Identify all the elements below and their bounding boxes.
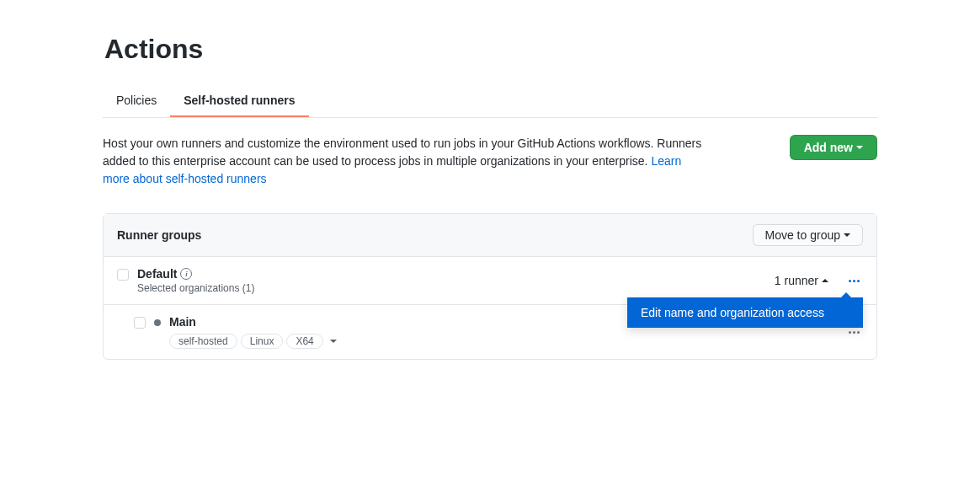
add-new-label: Add new [804,141,853,154]
group-name[interactable]: Default [137,267,177,281]
caret-down-icon [844,233,850,237]
group-subtitle: Selected organizations (1) [137,282,254,294]
tab-policies[interactable]: Policies [103,85,170,117]
runner-groups-header: Runner groups Move to group [104,214,876,257]
runner-label: Linux [241,334,284,349]
group-actions-menu-button[interactable] [845,276,863,286]
runner-actions-menu-button[interactable] [845,328,863,337]
runner-status-idle-icon [154,319,161,326]
add-new-button[interactable]: Add new [790,135,877,160]
group-row: Default i Selected organizations (1) 1 r… [104,257,876,305]
move-to-group-label: Move to group [765,228,841,242]
tabs: Policies Self-hosted runners [103,85,877,118]
edit-name-access-item[interactable]: Edit name and organization access [641,306,850,319]
tab-self-hosted-runners[interactable]: Self-hosted runners [170,85,308,117]
move-to-group-button[interactable]: Move to group [753,224,864,246]
runner-checkbox[interactable] [134,317,146,329]
group-checkbox[interactable] [117,269,129,281]
caret-up-icon [822,279,828,282]
group-actions-dropdown: Edit name and organization access [627,297,863,328]
runner-label: X64 [286,334,322,349]
runner-label: self-hosted [169,334,237,349]
labels-dropdown-icon[interactable] [330,340,337,343]
runner-groups-box: Runner groups Move to group Default i Se… [103,213,877,360]
description-text: Host your own runners and customize the … [103,136,701,168]
runner-labels: self-hosted Linux X64 [169,334,337,349]
runner-groups-title: Runner groups [117,228,201,242]
info-icon[interactable]: i [180,268,192,280]
runner-name[interactable]: Main [169,315,337,329]
runner-count-label: 1 runner [775,274,818,287]
runner-count-toggle[interactable]: 1 runner [775,274,828,287]
page-title: Actions [104,34,877,65]
description: Host your own runners and customize the … [103,135,709,188]
caret-down-icon [856,146,863,149]
